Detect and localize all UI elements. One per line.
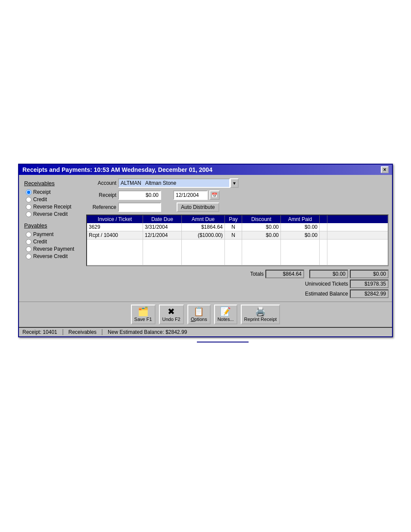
col-discount: Discount <box>242 215 281 223</box>
receivables-label[interactable]: Receivables <box>24 180 81 187</box>
radio-reverse-credit[interactable]: Reverse Credit <box>26 211 81 217</box>
save-button[interactable]: 🗂️ Save F1 <box>131 305 156 324</box>
uninvoiced-value <box>350 280 389 288</box>
radio-credit2-input[interactable] <box>26 239 31 245</box>
uninvoiced-label: Uninvoiced Tickets <box>288 281 348 287</box>
radio-reverse-receipt[interactable]: Reverse Receipt <box>26 204 81 210</box>
radio-credit-label: Credit <box>33 196 47 202</box>
cell-amnt-paid-1: $0.00 <box>281 223 320 231</box>
cell-pay-1[interactable]: N <box>225 223 242 231</box>
radio-receipt-input[interactable] <box>26 190 31 195</box>
radio-reverse-credit2[interactable]: Reverse Credit <box>26 253 81 259</box>
radio-receipt-label: Receipt <box>33 189 51 195</box>
totals-label: Totals <box>203 271 264 277</box>
account-label: Account <box>86 180 116 186</box>
toolbar: 🗂️ Save F1 ✖ Undo F2 📋 Options 📝 Notes..… <box>19 302 392 327</box>
close-button[interactable]: × <box>381 166 389 173</box>
radio-credit2[interactable]: Credit <box>26 239 81 245</box>
totals-value <box>265 270 304 278</box>
cell-invoice-2: Rcpt / 10400 <box>87 231 143 239</box>
estimated-row: Estimated Balance <box>86 289 389 298</box>
reference-row: Reference Auto Distribute <box>86 202 389 212</box>
save-label: Save F1 <box>134 317 152 322</box>
radio-reverse-payment-input[interactable] <box>26 246 31 252</box>
page-wrapper: Receipts and Payments: 10:53 AM Wednesda… <box>0 0 411 532</box>
options-label: Options <box>191 317 207 322</box>
table-row[interactable]: Rcpt / 10400 12/1/2004 ($1000.00) N $0.0… <box>87 231 388 240</box>
radio-reverse-payment[interactable]: Reverse Payment <box>26 246 81 252</box>
empty-3 <box>182 240 225 265</box>
reference-input[interactable] <box>118 202 161 212</box>
payables-group: Payment Credit Reverse Payment Reverse C… <box>26 231 81 259</box>
options-icon: 📋 <box>193 307 204 316</box>
dialog-body: Receivables Receipt Credit Reverse Recei… <box>19 175 392 302</box>
payables-label[interactable]: Payables <box>24 222 81 229</box>
cell-date-1: 3/31/2004 <box>143 223 182 231</box>
receivables-group: Receipt Credit Reverse Receipt Reverse C… <box>26 189 81 217</box>
col-amnt-paid: Amnt Paid <box>281 215 320 223</box>
uninvoiced-row: Uninvoiced Tickets <box>86 280 389 288</box>
empty-2 <box>143 240 182 265</box>
col-amnt-due: Amnt Due <box>182 215 225 223</box>
cell-amnt-due-1: $1864.64 <box>182 223 225 231</box>
grid-header: Invoice / Ticket Date Due Amnt Due Pay D… <box>87 215 388 223</box>
col-scroll <box>320 215 327 223</box>
estimated-label: Estimated Balance <box>288 291 348 297</box>
col-pay: Pay <box>225 215 242 223</box>
grid-body: 3629 3/31/2004 $1864.64 N $0.00 $0.00 Rc… <box>87 223 388 265</box>
radio-receipt[interactable]: Receipt <box>26 189 81 195</box>
date-input[interactable]: 12/1/2004 <box>173 190 208 200</box>
options-button[interactable]: 📋 Options <box>187 305 211 324</box>
radio-reverse-payment-label: Reverse Payment <box>33 246 74 252</box>
empty-scroll <box>320 240 327 265</box>
status-bar: Receipt: 10401 Receivables New Estimated… <box>19 327 392 336</box>
notes-icon: 📝 <box>220 307 231 316</box>
radio-reverse-receipt-input[interactable] <box>26 204 31 210</box>
undo-icon: ✖ <box>168 307 175 316</box>
title-bar: Receipts and Payments: 10:53 AM Wednesda… <box>19 165 392 175</box>
undo-button[interactable]: ✖ Undo F2 <box>159 305 184 324</box>
radio-credit-input[interactable] <box>26 197 31 202</box>
reprint-label: Reprint Receipt <box>244 317 277 322</box>
radio-credit[interactable]: Credit <box>26 196 81 202</box>
undo-label: Undo F2 <box>162 317 181 322</box>
cell-pay-2[interactable]: N <box>225 231 242 239</box>
radio-reverse-credit2-input[interactable] <box>26 254 31 259</box>
totals-section: Totals Uninvoiced Tickets Estimated Bala… <box>86 270 389 298</box>
radio-payment-label: Payment <box>33 231 53 237</box>
receipt-label: Receipt <box>86 192 116 198</box>
cell-amnt-due-2: ($1000.00) <box>182 231 225 239</box>
empty-4 <box>225 240 242 265</box>
radio-reverse-credit-input[interactable] <box>26 212 31 217</box>
auto-distribute-button[interactable]: Auto Distribute <box>177 202 219 212</box>
account-dropdown: ▼ <box>118 178 239 188</box>
dialog-window: Receipts and Payments: 10:53 AM Wednesda… <box>18 164 393 337</box>
radio-payment[interactable]: Payment <box>26 231 81 237</box>
account-input[interactable] <box>118 178 230 188</box>
empty-1 <box>87 240 143 265</box>
reference-label: Reference <box>86 204 116 210</box>
empty-6 <box>281 240 320 265</box>
cell-scroll-1 <box>320 223 327 231</box>
notes-label: Notes... <box>218 317 234 322</box>
reprint-button[interactable]: 🖨️ Reprint Receipt <box>241 305 280 324</box>
radio-reverse-credit-label: Reverse Credit <box>33 211 68 217</box>
left-panel: Receivables Receipt Credit Reverse Recei… <box>22 178 83 298</box>
account-row: Account ▼ <box>86 178 389 188</box>
col-invoice: Invoice / Ticket <box>87 215 143 223</box>
table-row[interactable]: 3629 3/31/2004 $1864.64 N $0.00 $0.00 <box>87 223 388 231</box>
receipt-status: Receipt: 10401 <box>22 329 63 335</box>
invoice-grid: Invoice / Ticket Date Due Amnt Due Pay D… <box>86 215 389 266</box>
cell-date-2: 12/1/2004 <box>143 231 182 239</box>
receipt-input[interactable]: $0.00 <box>118 190 161 200</box>
radio-reverse-credit2-label: Reverse Credit <box>33 253 68 259</box>
cell-discount-2: $0.00 <box>242 231 281 239</box>
notes-button[interactable]: 📝 Notes... <box>214 305 237 324</box>
calendar-btn[interactable]: 📅 <box>209 190 220 200</box>
radio-payment-input[interactable] <box>26 232 31 237</box>
cell-invoice-1: 3629 <box>87 223 143 231</box>
account-dropdown-btn[interactable]: ▼ <box>230 178 239 188</box>
totals-discount <box>309 270 348 278</box>
radio-reverse-receipt-label: Reverse Receipt <box>33 204 72 210</box>
reprint-icon: 🖨️ <box>255 307 266 316</box>
